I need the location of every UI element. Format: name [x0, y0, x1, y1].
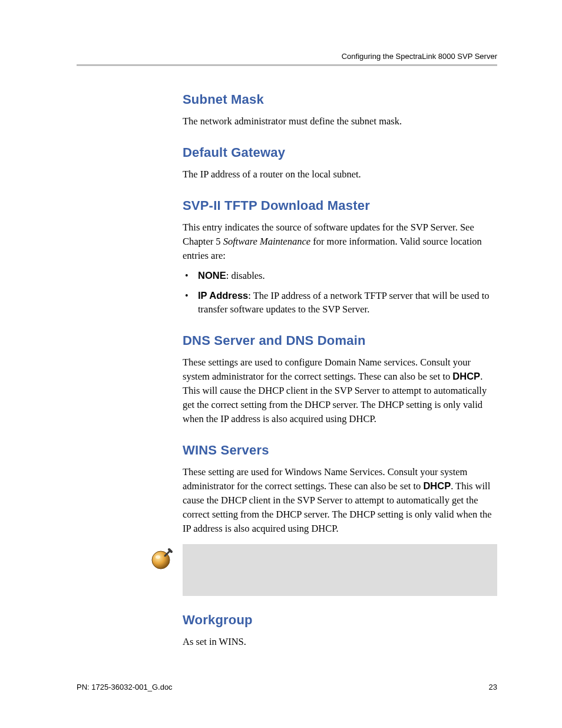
heading-workgroup: Workgroup [183, 612, 497, 628]
note-row [141, 544, 497, 596]
heading-tftp: SVP-II TFTP Download Master [183, 198, 497, 213]
heading-wins: WINS Servers [183, 443, 497, 458]
term-bold: IP Address [198, 290, 248, 301]
term-bold: DHCP [452, 371, 480, 381]
para-dns: These settings are used to configure Dom… [183, 355, 497, 426]
running-header: Configuring the SpectraLink 8000 SVP Ser… [77, 52, 497, 61]
term-bold: NONE [198, 270, 226, 281]
heading-dns: DNS Server and DNS Domain [183, 333, 497, 348]
page-footer: PN: 1725-36032-001_G.doc 23 [77, 683, 497, 691]
header-rule [77, 64, 497, 66]
page: Configuring the SpectraLink 8000 SVP Ser… [0, 0, 562, 649]
para-wins: These setting are used for Windows Name … [183, 465, 497, 536]
para-default-gateway: The IP address of a router on the local … [183, 167, 497, 182]
para-subnet-mask: The network administrator must define th… [183, 114, 497, 129]
para-tftp: This entry indicates the source of softw… [183, 220, 497, 263]
pushpin-icon [150, 546, 174, 571]
heading-default-gateway: Default Gateway [183, 145, 497, 160]
text: : disables. [226, 270, 265, 281]
heading-subnet-mask: Subnet Mask [183, 92, 497, 107]
term-bold: DHCP [423, 480, 451, 491]
footer-page-number: 23 [489, 683, 497, 691]
para-workgroup: As set in WINS. [183, 635, 497, 649]
body-column: Subnet Mask The network administrator mu… [183, 92, 497, 536]
text: These settings are used to configure Dom… [183, 357, 471, 382]
svg-point-1 [156, 555, 160, 559]
footer-left: PN: 1725-36032-001_G.doc [77, 683, 173, 691]
note-icon-container [141, 544, 183, 596]
body-column-continued: Workgroup As set in WINS. [183, 612, 497, 649]
list-item: NONE: disables. [183, 269, 497, 283]
tftp-bullet-list: NONE: disables. IP Address: The IP addre… [183, 269, 497, 317]
text-italic: Software Maintenance [223, 236, 310, 247]
note-box [183, 544, 497, 596]
list-item: IP Address: The IP address of a network … [183, 289, 497, 317]
